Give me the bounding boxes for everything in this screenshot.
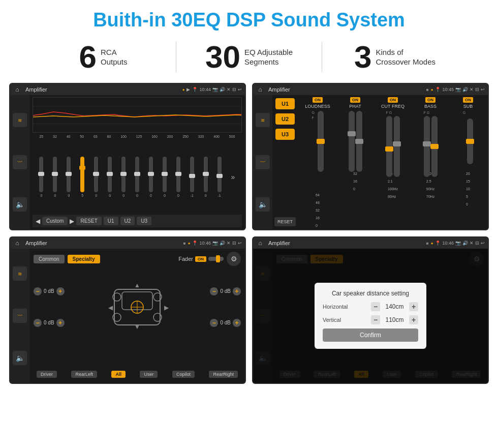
all-btn-3[interactable]: All — [111, 371, 126, 378]
back-icon-3[interactable]: ↩ — [238, 241, 242, 246]
left-bottom-minus[interactable]: − — [34, 319, 42, 327]
bass-on: ON — [425, 97, 435, 103]
horizontal-plus[interactable]: + — [409, 302, 418, 311]
close-icon-4[interactable]: ✕ — [470, 241, 474, 246]
home-icon-2[interactable]: ⌂ — [256, 85, 264, 94]
bass-slider-1[interactable] — [424, 116, 430, 177]
user-btn-3[interactable]: User — [140, 371, 158, 378]
eq-icon-btn[interactable]: ≋ — [13, 113, 27, 127]
stat-crossover-label: Kinds ofCrossover Modes — [376, 47, 435, 67]
vertical-plus[interactable]: + — [409, 315, 418, 324]
slider-12[interactable]: -1 — [190, 152, 194, 202]
slider-10[interactable]: 0 — [163, 152, 167, 202]
status-bar-1: ⌂ Amplifier ● ▶ 📍 10:44 📷 🔊 ✕ ⊟ ↩ — [10, 84, 245, 95]
window-icon-3[interactable]: ⊟ — [232, 241, 236, 246]
right-bottom-plus[interactable]: + — [233, 319, 241, 327]
prev-arrow[interactable]: ◀ — [36, 218, 40, 225]
u2-btn[interactable]: U2 — [120, 217, 135, 225]
left-top-minus[interactable]: − — [34, 287, 42, 295]
phat-slider[interactable] — [349, 111, 355, 172]
wave-icon-btn-3[interactable]: 〰 — [13, 309, 27, 323]
u3-btn[interactable]: U3 — [137, 217, 151, 225]
slider-8[interactable]: 0 — [135, 152, 139, 202]
eq-icon-btn-3[interactable]: ≋ — [13, 266, 27, 281]
stat-rca-label: RCAOutputs — [101, 47, 128, 67]
stat-eq: 30 EQ AdjustableSegments — [176, 41, 322, 73]
slider-9[interactable]: 0 — [149, 152, 153, 202]
right-top-minus[interactable]: − — [210, 287, 218, 295]
eq-icon-btn-2[interactable]: ≋ — [256, 113, 270, 127]
driver-btn-3[interactable]: Driver — [37, 371, 57, 378]
window-icon-1[interactable]: ⊟ — [232, 87, 236, 92]
left-top-plus[interactable]: + — [56, 287, 65, 295]
speaker-icon-btn-3[interactable]: 🔈 — [13, 351, 27, 365]
slider-5[interactable]: 0 — [94, 152, 98, 202]
slider-7[interactable]: 0 — [121, 152, 126, 202]
cutfreq-slider-1[interactable] — [386, 116, 392, 177]
close-icon-1[interactable]: ✕ — [227, 87, 231, 92]
slider-11[interactable]: 0 — [176, 152, 180, 202]
amp2-channels: ON LOUDNESS G F — [300, 97, 486, 227]
page-wrapper: Buith-in 30EQ DSP Sound System 6 RCAOutp… — [0, 0, 498, 448]
wave-icon-btn[interactable]: 〰 — [13, 155, 27, 169]
close-icon-2[interactable]: ✕ — [470, 87, 474, 92]
tab-specialty-3[interactable]: Specialty — [68, 255, 100, 263]
left-bottom-plus[interactable]: + — [56, 319, 65, 327]
screen-fader: ⌂ Amplifier ■ ● 📍 10:46 📷 🔊 ✕ ⊟ ↩ ≋ 〰 — [9, 236, 246, 384]
rearleft-btn-3[interactable]: RearLeft — [71, 371, 97, 378]
right-bottom-minus[interactable]: − — [210, 319, 218, 327]
cutfreq-slider-2[interactable] — [394, 116, 400, 177]
settings-icon[interactable]: ⚙ — [227, 252, 241, 266]
tab-common-3[interactable]: Common — [34, 255, 65, 263]
rearright-btn-3[interactable]: RearRight — [209, 371, 238, 378]
phat-slider-2[interactable] — [356, 111, 362, 172]
u3-preset[interactable]: U3 — [275, 129, 295, 140]
wave-icon-btn-2[interactable]: 〰 — [256, 155, 270, 169]
copilot-btn-3[interactable]: Copilot — [172, 371, 195, 378]
right-top-plus[interactable]: + — [233, 287, 241, 295]
status-icons-4: 📍 10:46 📷 🔊 ✕ ⊟ ↩ — [435, 241, 485, 246]
speaker-icon-btn-2[interactable]: 🔈 — [256, 197, 270, 212]
slider-14[interactable]: -1 — [217, 152, 222, 202]
back-icon-4[interactable]: ↩ — [481, 241, 485, 246]
screen-dialog: ⌂ Amplifier ■ ● 📍 10:46 📷 🔊 ✕ ⊟ ↩ ≋ — [252, 236, 489, 384]
dot-icon-3a: ■ — [183, 241, 186, 246]
reset-btn[interactable]: RESET — [76, 217, 101, 225]
slider-6[interactable]: 0 — [108, 152, 112, 202]
volume-icon-4: 🔊 — [462, 241, 468, 246]
slider-1[interactable]: 0 — [39, 152, 43, 202]
back-icon-1[interactable]: ↩ — [238, 87, 242, 92]
home-icon-4[interactable]: ⌂ — [256, 239, 264, 247]
camera-icon-1: 📷 — [212, 87, 218, 92]
fader-tabs: Common Specialty Fader ON ⚙ — [34, 252, 241, 266]
slider-13[interactable]: 0 — [204, 152, 208, 202]
vertical-minus[interactable]: − — [371, 315, 380, 324]
u2-preset[interactable]: U2 — [275, 113, 295, 125]
loudness-slider-1[interactable] — [318, 111, 324, 172]
next-arrow[interactable]: ▶ — [70, 218, 74, 225]
slider-2[interactable]: 0 — [53, 152, 57, 202]
slider-3[interactable]: 0 — [67, 152, 71, 202]
speaker-icon-btn[interactable]: 🔈 — [13, 197, 27, 212]
slider-4[interactable]: 5 — [80, 152, 84, 202]
window-icon-4[interactable]: ⊟ — [475, 241, 479, 246]
home-icon-3[interactable]: ⌂ — [13, 239, 21, 247]
sub-slider[interactable] — [467, 118, 473, 164]
home-icon[interactable]: ⌂ — [13, 85, 21, 94]
u1-preset[interactable]: U1 — [275, 98, 295, 109]
bass-slider-2[interactable] — [431, 116, 438, 177]
back-icon-2[interactable]: ↩ — [481, 87, 485, 92]
reset-small-btn[interactable]: RESET — [274, 217, 296, 226]
fader-slider[interactable] — [208, 257, 224, 261]
horizontal-minus[interactable]: − — [371, 302, 380, 311]
volume-icon-1: 🔊 — [220, 87, 225, 92]
window-icon-2[interactable]: ⊟ — [475, 87, 479, 92]
amplifier-title-1: Amplifier — [25, 86, 180, 93]
close-icon-3[interactable]: ✕ — [227, 241, 231, 246]
bottom-labels-3: Driver RearLeft All User Copilot RearRig… — [34, 369, 241, 380]
confirm-button[interactable]: Confirm — [323, 328, 418, 342]
dot-icon-1: ● — [182, 87, 185, 92]
custom-btn[interactable]: Custom — [42, 217, 68, 225]
u1-btn[interactable]: U1 — [104, 217, 118, 225]
screen-amp2: ⌂ Amplifier ■ ● 📍 10:45 📷 🔊 ✕ ⊟ ↩ ≋ 〰 — [252, 83, 489, 230]
